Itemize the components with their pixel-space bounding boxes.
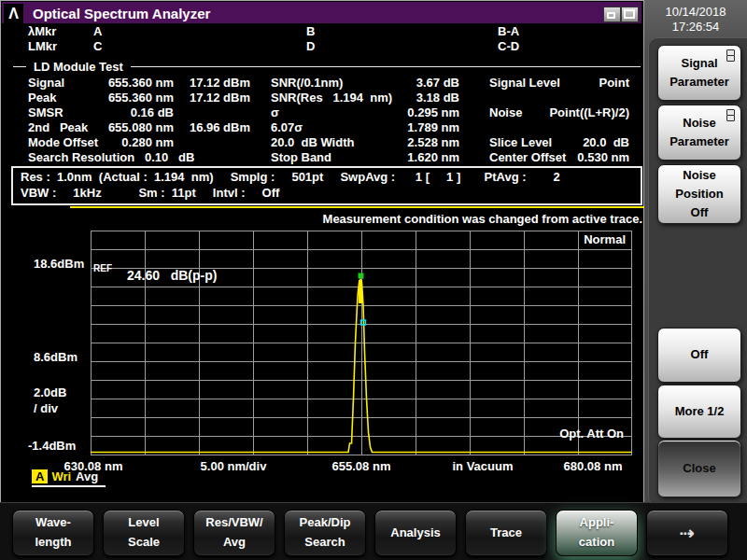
param-value: 3.18 dB — [366, 91, 459, 105]
active-trace-separator — [70, 206, 645, 208]
menu-res-vbw-avg-button[interactable]: Res/VBW/ Avg — [193, 510, 275, 556]
button-label: Close — [683, 459, 715, 478]
signal-parameter-button[interactable]: Signal Parameter — [657, 45, 741, 101]
param-label: Peak — [28, 91, 56, 105]
level-marker-label: LMkr — [28, 40, 57, 53]
param-value: 655.080 nm — [84, 120, 174, 134]
marker-b-label: B — [306, 25, 315, 38]
button-label: Off — [691, 345, 709, 364]
analysis-row: Peak 655.360 nm 17.12 dBm SNR(Res 1.194 … — [0, 91, 644, 105]
button-label: Level Scale — [128, 513, 160, 553]
off-button[interactable]: Off — [657, 328, 741, 383]
button-label: Wave- length — [35, 513, 72, 553]
button-label: Signal Parameter — [669, 54, 729, 91]
menu-wavelength-button[interactable]: Wave- length — [12, 510, 94, 556]
param-value: 655.360 nm — [84, 91, 174, 105]
param-value: 0.295 nm — [366, 105, 459, 119]
param-label: 2nd Peak — [28, 120, 88, 134]
button-label: Peak/Dip Search — [300, 513, 351, 553]
settings-line-2: VBW : 1kHz Sm : 11pt Intvl : Off — [21, 187, 279, 200]
button-label: Res/VBW/ Avg — [205, 513, 262, 553]
param-label: Signal — [28, 76, 64, 90]
param-label: Search Resolution 0.10 dB — [28, 150, 194, 164]
param-label: 20.0 dB Width — [271, 135, 354, 149]
y-axis-bottom-label: -1.4dBm — [28, 440, 76, 453]
param-label: 6.07σ — [271, 120, 303, 134]
trace-peak-thick-segment — [359, 280, 362, 303]
chart-canvas — [91, 231, 632, 455]
ref-value: 24.60 dB(p-p) — [127, 269, 217, 282]
button-label: More 1/2 — [675, 402, 725, 421]
noise-parameter-button[interactable]: Noise Parameter — [657, 105, 741, 161]
x-axis-stop-label: 680.08 nm — [546, 460, 640, 473]
menu-peak-dip-search-button[interactable]: Peak/Dip Search — [284, 510, 366, 556]
maximize-icon — [624, 9, 635, 19]
marker-ba-label: B-A — [498, 25, 519, 38]
sweep-settings-box: Res : 1.0nm (Actual : 1.194 nm) Smplg : … — [11, 166, 642, 205]
marker-cd-label: C-D — [498, 40, 519, 53]
maximize-button[interactable] — [621, 7, 639, 22]
window-title: Optical Spectrum Analyzer — [33, 6, 210, 21]
menu-level-scale-button[interactable]: Level Scale — [103, 510, 185, 556]
peak-marker-icon — [359, 273, 364, 279]
param-value: 0.16 dB — [84, 105, 174, 119]
minimize-icon — [607, 12, 615, 19]
warning-message: Measurement condition was changed from a… — [91, 213, 642, 226]
right-arrow-icon: ⇢ — [680, 518, 696, 548]
time-display: 17:26:54 — [644, 21, 747, 34]
param-value: 16.96 dBm — [181, 120, 250, 134]
analysis-row: SMSR 0.16 dB σ 0.295 nm Noise Point((L+R… — [0, 105, 644, 120]
anritsu-logo-icon: Λ — [4, 4, 23, 25]
trace-write-mode-label: Wri — [51, 470, 71, 483]
analysis-group-title: LD Module Test — [26, 60, 131, 74]
param-value: 1.620 nm — [366, 150, 459, 164]
menu-application-button[interactable]: Appli- cation — [556, 510, 638, 556]
more-pages-button[interactable]: More 1/2 — [657, 385, 741, 439]
minimize-button[interactable] — [603, 7, 621, 22]
param-value: Point — [508, 76, 629, 90]
menu-more-arrow-button[interactable]: ⇢ — [646, 510, 728, 556]
ref-label: REF — [93, 262, 112, 275]
menu-analysis-button[interactable]: Analysis — [374, 510, 457, 556]
spectrum-chart — [91, 231, 632, 455]
param-value: 17.12 dBm — [181, 91, 250, 105]
y-scale-div-label: / div — [34, 402, 58, 415]
x-axis-medium-label: in Vacuum — [431, 460, 534, 473]
param-label: SNR(/0.1nm) — [271, 76, 343, 90]
menu-trace-button[interactable]: Trace — [465, 510, 547, 556]
analysis-row: Search Resolution 0.10 dB Stop Band 1.62… — [0, 150, 644, 165]
x-axis-scale-label: 5.00 nm/div — [177, 460, 289, 473]
opt-att-status: Opt. Att On — [91, 427, 624, 441]
osa-screen: Λ Optical Spectrum Analyzer λMkr A B B-A… — [0, 0, 747, 560]
marker-c-label: C — [93, 40, 102, 53]
y-scale-label: 2.0dB — [34, 386, 66, 399]
y-axis-mid-label: 8.6dBm — [34, 351, 78, 364]
title-bar: Λ Optical Spectrum Analyzer — [2, 2, 641, 23]
settings-line-1: Res : 1.0nm (Actual : 1.194 nm) Smplg : … — [21, 171, 560, 184]
trace-mode-label: Normal — [91, 233, 626, 246]
param-value: 20.0 dB — [508, 135, 629, 149]
noise-position-button[interactable]: Noise Position Off — [657, 164, 741, 224]
marker-a-label: A — [93, 25, 102, 38]
param-value: 17.12 dBm — [181, 76, 250, 90]
button-label: Noise Parameter — [669, 114, 729, 151]
button-label: Noise Position Off — [675, 166, 723, 222]
param-value: 3.67 dB — [366, 76, 459, 90]
param-value: 655.360 nm — [84, 76, 174, 90]
param-value: Point((L+R)/2) — [508, 105, 629, 119]
trace-avg-mode-label: Avg — [76, 470, 98, 483]
param-label: SMSR — [28, 105, 63, 119]
close-button[interactable]: Close — [657, 440, 741, 497]
param-label: σ — [271, 105, 279, 119]
param-label: Stop Band — [271, 150, 331, 164]
analysis-row: Mode Offset 0.280 nm 20.0 dB Width 2.528… — [0, 135, 644, 150]
param-value: 0.530 nm — [508, 150, 629, 164]
analysis-row: Signal 655.360 nm 17.12 dBm SNR(/0.1nm) … — [0, 76, 644, 91]
button-label: Analysis — [390, 524, 440, 543]
trace-indicator: A Wri Avg — [32, 469, 106, 487]
button-label: Trace — [490, 524, 522, 543]
dialog-indicator-icon — [726, 49, 735, 62]
dialog-indicator-icon — [726, 109, 735, 121]
button-label: Appli- cation — [579, 513, 614, 553]
param-value: 2.528 nm — [366, 135, 459, 149]
